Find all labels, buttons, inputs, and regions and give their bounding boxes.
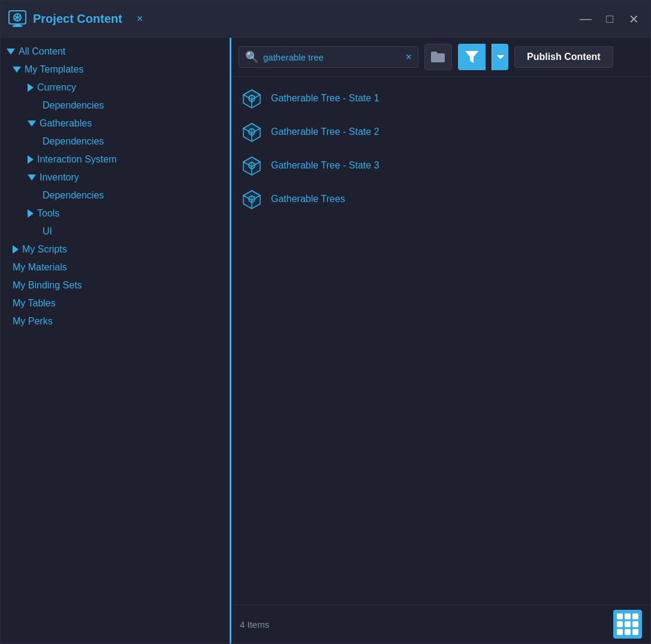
folder-icon [430,50,446,64]
result-label: Gatherable Trees [271,194,345,204]
list-item[interactable]: Gatherable Tree - State 3 [231,149,650,182]
sidebar-item-my-binding-sets[interactable]: My Binding Sets [1,276,230,294]
sidebar-item-label: My Materials [13,262,67,273]
filter-icon [465,51,478,63]
sidebar: All Content My Templates Currency Depend… [1,38,231,643]
close-button[interactable]: ✕ [624,10,643,29]
sidebar-item-currency[interactable]: Currency [1,79,230,97]
search-value: gatherable tree [263,52,400,62]
result-label: Gatherable Tree - State 3 [271,160,379,171]
svg-rect-2 [15,24,20,26]
list-item[interactable]: Gatherable Trees [231,182,650,216]
arrow-right-icon [28,83,34,92]
chevron-down-icon [497,55,504,59]
sidebar-item-label: Inventory [40,172,79,183]
cube-icon [241,188,263,210]
sidebar-item-label: My Perks [13,316,53,327]
publish-button[interactable]: Publish Content [514,46,613,68]
list-item[interactable]: Gatherable Tree - State 2 [231,115,650,149]
sidebar-item-label: UI [43,226,52,237]
sidebar-item-label: My Binding Sets [13,280,82,291]
search-bar: 🔍 gatherable tree × [239,46,418,68]
sidebar-item-label: Gatherables [40,118,92,129]
sidebar-item-label: Currency [37,82,76,93]
main-window: Project Content × — □ ✕ All Content My T… [0,0,651,644]
result-label: Gatherable Tree - State 1 [271,93,379,104]
sidebar-item-label: My Tables [13,298,56,309]
sidebar-item-my-perks[interactable]: My Perks [1,312,230,330]
sidebar-item-label: My Templates [25,64,83,75]
sidebar-item-dependencies-3[interactable]: Dependencies [1,186,230,204]
arrow-down-icon [28,121,36,127]
grid-icon [617,613,638,635]
sidebar-item-label: All Content [19,46,65,57]
sidebar-item-gatherables[interactable]: Gatherables [1,115,230,133]
sidebar-item-my-materials[interactable]: My Materials [1,258,230,276]
arrow-down-icon [13,67,21,73]
window-title: Project Content [33,12,122,26]
sidebar-item-label: Dependencies [43,190,104,201]
sidebar-item-label: Interaction System [37,154,117,165]
sidebar-item-ui[interactable]: UI [1,222,230,240]
arrow-down-icon [7,49,15,55]
title-bar: Project Content × — □ ✕ [1,1,650,38]
results-list: Gatherable Tree - State 1 Gatherable Tre… [231,77,650,604]
items-count: 4 Items [240,619,269,630]
cube-icon [241,88,263,109]
result-label: Gatherable Tree - State 2 [271,127,379,137]
title-bar-left: Project Content × [8,10,146,29]
right-panel: 🔍 gatherable tree × [231,38,650,643]
filter-dropdown-button[interactable] [492,44,508,70]
status-bar: 4 Items [231,604,650,643]
cube-icon [241,121,263,143]
list-item[interactable]: Gatherable Tree - State 1 [231,82,650,115]
arrow-right-icon [13,245,19,254]
sidebar-item-dependencies-2[interactable]: Dependencies [1,133,230,151]
sidebar-item-tools[interactable]: Tools [1,204,230,222]
tab-close-button[interactable]: × [133,11,147,26]
sidebar-item-dependencies-1[interactable]: Dependencies [1,97,230,115]
sidebar-item-label: Tools [37,208,59,219]
grid-view-button[interactable] [613,610,642,639]
sidebar-item-my-scripts[interactable]: My Scripts [1,240,230,258]
svg-marker-7 [465,51,478,63]
sidebar-item-label: Dependencies [43,136,104,147]
main-content: All Content My Templates Currency Depend… [1,38,650,643]
sidebar-item-my-tables[interactable]: My Tables [1,294,230,312]
sidebar-item-inventory[interactable]: Inventory [1,168,230,186]
cube-icon [241,155,263,176]
arrow-right-icon [28,209,34,218]
sidebar-item-label: My Scripts [22,244,67,255]
toolbar: 🔍 gatherable tree × [231,38,650,77]
window-controls: — □ ✕ [576,10,643,29]
filter-button[interactable] [458,44,486,70]
sidebar-item-label: Dependencies [43,100,104,111]
search-clear-button[interactable]: × [405,51,412,64]
sidebar-item-interaction-system[interactable]: Interaction System [1,151,230,168]
sidebar-item-my-templates[interactable]: My Templates [1,61,230,79]
sidebar-item-all-content[interactable]: All Content [1,43,230,61]
search-icon: 🔍 [245,50,258,64]
maximize-button[interactable]: □ [600,10,619,29]
arrow-down-icon [28,174,36,180]
window-icon [8,10,27,29]
arrow-right-icon [28,155,34,164]
minimize-button[interactable]: — [576,10,595,29]
folder-button[interactable] [424,44,452,70]
